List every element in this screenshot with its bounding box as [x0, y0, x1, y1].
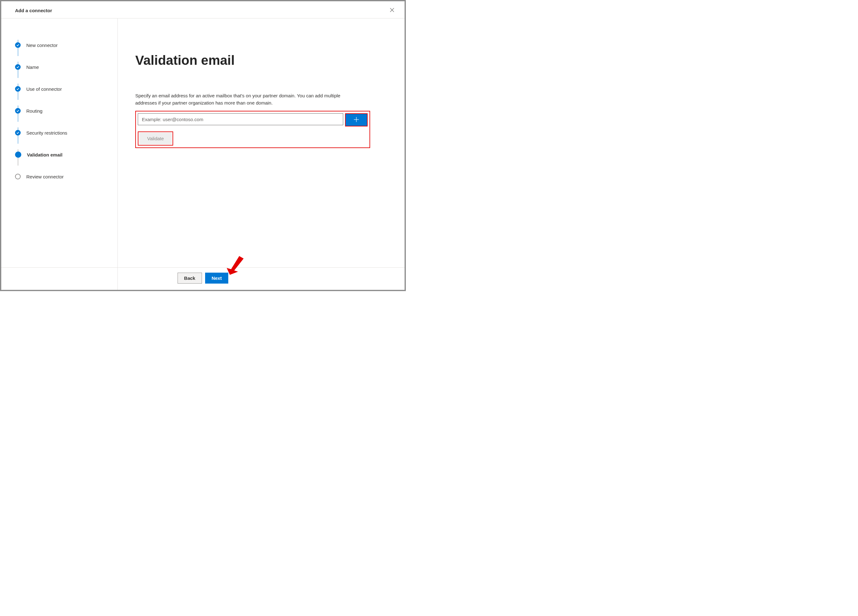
wizard-step[interactable]: Name [15, 56, 111, 78]
email-entry-highlight: Validate [135, 111, 370, 148]
wizard-step[interactable]: Review connector [15, 166, 111, 188]
step-label: New connector [26, 43, 58, 48]
page-title: Validation email [135, 53, 370, 68]
wizard-step[interactable]: Validation email [15, 144, 111, 166]
wizard-steps-sidebar: New connectorNameUse of connectorRouting… [1, 19, 118, 290]
plus-icon [354, 117, 359, 123]
step-complete-icon [15, 130, 21, 135]
step-complete-icon [15, 64, 21, 70]
validate-button-highlight: Validate [138, 132, 173, 146]
validate-button[interactable]: Validate [139, 133, 172, 144]
add-email-button[interactable] [346, 114, 367, 126]
header: Add a connector [1, 1, 404, 19]
wizard-step[interactable]: New connector [15, 34, 111, 56]
step-complete-icon [15, 108, 21, 113]
add-button-highlight [345, 113, 368, 126]
step-upcoming-icon [15, 174, 21, 179]
main-content: Validation email Specify an email addres… [118, 19, 404, 290]
step-complete-icon [15, 86, 21, 92]
wizard-step[interactable]: Security restrictions [15, 122, 111, 144]
wizard-footer: Back Next [1, 267, 404, 290]
step-label: Routing [26, 108, 43, 113]
close-button[interactable] [387, 6, 397, 15]
window-title: Add a connector [15, 8, 52, 13]
step-label: Review connector [26, 174, 64, 179]
wizard-step[interactable]: Routing [15, 100, 111, 122]
close-icon [390, 6, 395, 14]
step-label: Use of connector [26, 86, 62, 92]
step-current-icon [15, 152, 21, 158]
body: New connectorNameUse of connectorRouting… [1, 19, 404, 290]
step-label: Security restrictions [26, 130, 67, 135]
next-button[interactable]: Next [205, 273, 228, 284]
description-text: Specify an email address for an active m… [135, 92, 361, 106]
back-button[interactable]: Back [177, 273, 202, 284]
svg-marker-4 [227, 256, 244, 275]
email-input[interactable] [138, 113, 343, 125]
wizard-window: Add a connector New connectorNameUse of … [0, 0, 406, 291]
step-label: Validation email [27, 152, 62, 157]
step-complete-icon [15, 42, 21, 48]
step-label: Name [26, 65, 39, 70]
wizard-step[interactable]: Use of connector [15, 78, 111, 100]
next-button-arrow-annotation [227, 256, 244, 275]
email-input-row [138, 113, 368, 126]
